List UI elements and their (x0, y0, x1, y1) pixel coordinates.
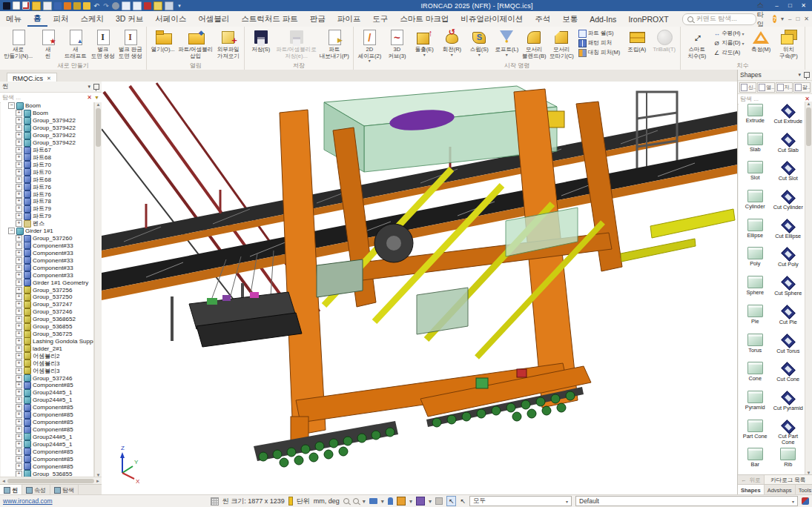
expand-icon[interactable]: + (16, 463, 22, 470)
ribbon-button-open[interactable]: 열기(O)... (149, 27, 176, 53)
config-icon[interactable] (802, 497, 809, 505)
flag-icon[interactable] (144, 2, 151, 10)
ribbon-button-bulk-drawing[interactable]: 벌크 도면 생성 (89, 27, 116, 59)
catalog-toolbar-button-4[interactable]: 갈... (793, 82, 811, 93)
selection-filter-dropdown[interactable]: 모두▾ (469, 496, 572, 506)
expand-icon[interactable]: + (16, 110, 22, 116)
expand-icon[interactable]: + (16, 382, 22, 388)
ribbon-button-extrude[interactable]: 돌출(E)▾ (411, 27, 438, 57)
catalog-item-cut-slab[interactable]: Cut Slab (772, 130, 805, 159)
tree-item-group-536855[interactable]: +Group_536855 (1, 323, 93, 331)
tree-item-group-537246[interactable]: +Group_537246 (1, 308, 93, 316)
catalogs-icon[interactable] (83, 2, 90, 10)
scrollbar-thumb[interactable] (806, 107, 811, 146)
qat-overflow-icon[interactable]: ▾ (176, 2, 183, 10)
view-cube-icon[interactable] (416, 497, 425, 506)
expand-icon[interactable]: + (16, 272, 22, 279)
ribbon-button-part-shell[interactable]: 파트 쉘(S) (577, 29, 621, 38)
document-close-icon[interactable]: ✕ (47, 76, 51, 82)
expand-icon[interactable]: + (16, 331, 22, 337)
catalog-tab-shapes[interactable]: Shapes (738, 485, 765, 495)
expand-icon[interactable]: + (16, 279, 22, 286)
tab-피처[interactable]: 피처 (47, 11, 75, 27)
render-caret-icon[interactable]: ▾ (409, 498, 412, 505)
tree-item-boom[interactable]: +Boom (1, 110, 93, 117)
expand-icon[interactable]: + (16, 220, 22, 227)
expand-icon[interactable]: + (16, 117, 22, 124)
catalog-item-cut-slot[interactable]: Cut Slot (772, 159, 805, 188)
ribbon-button-measure[interactable]: 측정(M) (747, 27, 775, 53)
scroll-up-icon[interactable]: ▲ (807, 102, 811, 106)
expand-icon[interactable]: + (16, 162, 22, 168)
catalog-vertical-scrollbar[interactable]: ▲ ▼ (805, 102, 812, 475)
tree-item-group-537246[interactable]: +Group_537246 (1, 374, 93, 382)
new-document-icon[interactable] (13, 1, 20, 10)
expand-icon[interactable]: + (16, 213, 22, 219)
ribbon-button-import-external-file[interactable]: 외부파일 가져오기 (214, 27, 242, 59)
catalog-item-cylinder[interactable]: Cylinder (739, 188, 772, 216)
expand-icon[interactable]: + (16, 198, 22, 205)
camera-caret-icon[interactable]: ▾ (381, 498, 384, 505)
tree-item-group-5379422[interactable]: +Group_5379422 (1, 117, 93, 125)
tree-item-component-33[interactable]: +Component#33 (1, 271, 93, 279)
ribbon-button-diameter-dimension[interactable]: Ø지름(D)▾ (712, 39, 745, 47)
expand-icon[interactable]: − (8, 228, 15, 234)
tab-스마트-마크업[interactable]: 스마트 마크업 (394, 11, 455, 27)
ribbon-button-bulk-sheetmetal-drawing[interactable]: 벌크 판금 도면 생성 (116, 27, 144, 59)
tree-item-group-5379422[interactable]: +Group_5379422 (1, 125, 93, 132)
ribbon-button-assemble[interactable]: 조립(A) (623, 27, 650, 53)
tree-item-파트79[interactable]: +파트79 (1, 213, 93, 220)
ironcad-link[interactable]: www.ironcad.com (3, 497, 53, 505)
tree-item-component-85[interactable]: +Component#85 (1, 426, 93, 434)
help-caret-icon[interactable]: ▾ (781, 16, 784, 22)
tree-item-group244-5-1[interactable]: +Group244#5_1 (1, 389, 93, 397)
expand-icon[interactable]: + (16, 441, 22, 448)
tab-주석[interactable]: 주석 (529, 11, 556, 27)
expand-icon[interactable]: + (16, 242, 22, 249)
material-icon[interactable] (154, 1, 162, 10)
tree-item-lashing-gondola-support-i[interactable]: +Lashing Gondola Support I (1, 338, 93, 345)
ribbon-button-edge-chamfer[interactable]: 모서리 모따기(C) (548, 27, 575, 59)
expand-icon[interactable]: + (16, 353, 22, 359)
ribbon-button-smart-dimension[interactable]: 스마트 치수(S) (683, 27, 710, 59)
expand-icon[interactable]: + (16, 308, 22, 315)
ribbon-minimize-button[interactable]: – (788, 16, 791, 22)
ribbon-button-pattern-feature[interactable]: 패턴 피처 (577, 39, 621, 47)
tab-스케치[interactable]: 스케치 (75, 11, 110, 27)
scrollbar-thumb[interactable] (96, 108, 101, 147)
tree-item-girder-1-1-geometry[interactable]: +Girder 1#1 Geometry (1, 279, 93, 286)
expand-icon[interactable]: + (16, 257, 22, 264)
expand-icon[interactable]: + (16, 139, 22, 146)
ribbon-button-mirror-feature[interactable]: 대칭 피처(M) (577, 48, 621, 57)
command-search[interactable]: 커맨드 탐색... (682, 13, 757, 25)
ribbon-button-horizontal-dimension[interactable]: ↔수평(H)▾ (712, 29, 745, 38)
ribbon-restore-button[interactable]: □ (796, 16, 799, 22)
display-toggle-icon[interactable] (133, 1, 142, 10)
expand-icon[interactable]: + (16, 316, 22, 322)
tree-item-group244-5-1[interactable]: +Group244#5_1 (1, 433, 93, 440)
walk-mode-icon[interactable] (388, 497, 393, 505)
expand-icon[interactable]: + (16, 448, 22, 455)
catalog-item-poly[interactable]: Poly (739, 245, 772, 274)
expand-icon[interactable]: + (16, 338, 22, 345)
catalog-item-cone[interactable]: Cone (739, 359, 772, 388)
view-caret-icon[interactable]: ▾ (429, 498, 432, 505)
expand-icon[interactable]: + (16, 456, 22, 463)
tab-비쥬얼라이제이션[interactable]: 비쥬얼라이제이션 (455, 11, 529, 27)
ribbon-button-sweep[interactable]: 스윕(S)▾ (466, 27, 493, 57)
render-icon[interactable] (73, 2, 81, 10)
tree-item-펜스[interactable]: +펜스 (1, 220, 93, 228)
catalog-item-cut-extrude[interactable]: Cut Extrude (772, 102, 805, 130)
new-scene-icon[interactable] (22, 1, 30, 10)
expand-icon[interactable]: + (16, 265, 22, 271)
catalog-item-cut-cone[interactable]: Cut Cone (772, 359, 805, 388)
tree-item-어셈블리3[interactable]: +어셈블리3 (1, 367, 93, 374)
ribbon-button-new-draft[interactable]: 새 드래프트 (62, 27, 89, 59)
ribbon-button-edge-blend[interactable]: 모서리 블렌드(B) (521, 27, 548, 59)
tree-item-group-536725[interactable]: +Group_536725 (1, 331, 93, 338)
tab-3d-커브[interactable]: 3D 커브 (110, 11, 149, 27)
catalog-item-cut-ellipse[interactable]: Cut Ellipse (772, 216, 805, 245)
expand-icon[interactable]: + (16, 169, 22, 176)
catalog-item-cut-torus[interactable]: Cut Torus (772, 331, 805, 360)
tree-item-component-85[interactable]: +Component#85 (1, 404, 93, 411)
